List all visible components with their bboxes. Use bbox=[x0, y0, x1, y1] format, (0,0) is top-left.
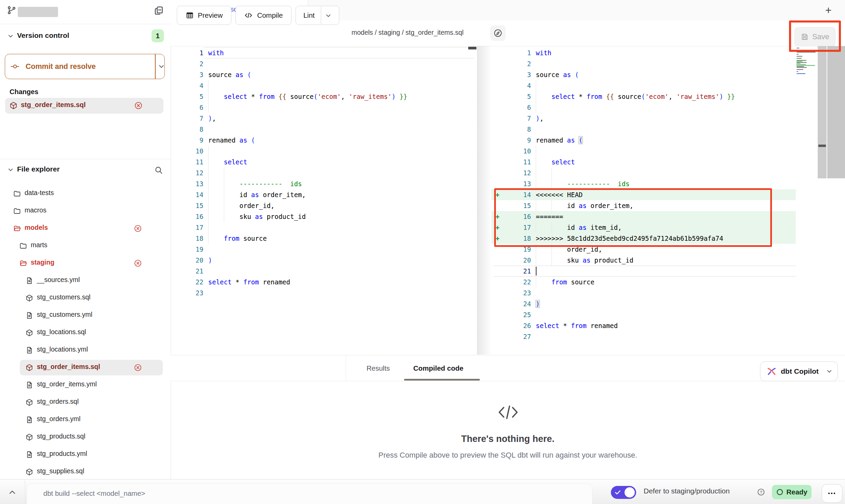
code-line-22[interactable]: 22select * from renamed bbox=[184, 277, 474, 287]
file-item-stg_customers.sql[interactable]: stg_customers.sql bbox=[0, 290, 171, 306]
file-item-data-tests[interactable]: data-tests bbox=[0, 186, 171, 202]
code-line-25[interactable]: 25 bbox=[491, 309, 796, 320]
code-line-5[interactable]: 5 select * from {{ source('ecom', 'raw_i… bbox=[184, 91, 474, 102]
code-line-13[interactable]: 13 ----------- ids bbox=[184, 178, 474, 189]
code-line-19[interactable]: 19 order_id, bbox=[491, 244, 796, 255]
left-editor-scrollbar-thumb[interactable] bbox=[468, 47, 476, 49]
chevron-down-icon[interactable] bbox=[325, 12, 331, 18]
code-line-3[interactable]: 3source as ( bbox=[491, 69, 796, 80]
file-item-stg_orders.sql[interactable]: stg_orders.sql bbox=[0, 395, 171, 410]
file-item-models[interactable]: models bbox=[0, 221, 171, 236]
code-line-17[interactable]: +17 id as item_id, bbox=[491, 222, 796, 233]
chevron-down-icon[interactable] bbox=[8, 167, 14, 173]
code-line-18[interactable]: 18 from source bbox=[184, 233, 474, 244]
minimap[interactable] bbox=[797, 48, 817, 75]
chevron-down-icon[interactable] bbox=[8, 33, 14, 39]
file-item-stg_supplies.sql[interactable]: stg_supplies.sql bbox=[0, 464, 171, 480]
chevron-up-icon[interactable] bbox=[8, 488, 16, 496]
code-line-6[interactable]: 6 bbox=[184, 102, 474, 113]
code-line-23[interactable]: 23 bbox=[491, 287, 796, 298]
command-input[interactable]: dbt build --select <model_name> bbox=[27, 484, 592, 504]
tab-compiled-code[interactable]: Compiled code bbox=[413, 364, 463, 372]
code-line-1[interactable]: 1with bbox=[491, 47, 796, 58]
file-item-macros[interactable]: macros bbox=[0, 203, 171, 219]
code-line-11[interactable]: 11 select bbox=[491, 157, 796, 167]
discard-change-icon[interactable] bbox=[134, 224, 142, 233]
window-scrollbar-track[interactable] bbox=[827, 46, 845, 178]
more-options-button[interactable]: ••• bbox=[822, 484, 842, 503]
code-line-9[interactable]: 9renamed as ( bbox=[184, 135, 474, 146]
code-line-11[interactable]: 11 select bbox=[184, 157, 474, 167]
code-line-21[interactable]: 21 bbox=[184, 266, 474, 277]
code-line-21[interactable]: 21 bbox=[491, 266, 796, 277]
discard-change-icon[interactable] bbox=[134, 259, 142, 267]
help-icon[interactable]: ? bbox=[757, 488, 765, 496]
code-line-16[interactable]: 16 sku as product_id bbox=[184, 211, 474, 222]
file-item-stg_locations.yml[interactable]: stg_locations.yml bbox=[0, 342, 171, 358]
code-line-10[interactable]: 10 bbox=[491, 146, 796, 157]
code-line-12[interactable]: 12 bbox=[491, 167, 796, 178]
code-line-4[interactable]: 4 bbox=[491, 80, 796, 91]
code-line-4[interactable]: 4 bbox=[184, 80, 474, 91]
code-line-23[interactable]: 23 bbox=[184, 287, 474, 298]
editor-pane-original[interactable]: 1with23source as (45 select * from {{ so… bbox=[184, 46, 474, 298]
code-line-9[interactable]: 9renamed as ( bbox=[491, 135, 796, 146]
code-line-3[interactable]: 3source as ( bbox=[184, 69, 474, 80]
code-line-7[interactable]: 7), bbox=[184, 113, 474, 124]
file-item-stg_products.yml[interactable]: stg_products.yml bbox=[0, 447, 171, 462]
code-line-22[interactable]: 22 from source bbox=[491, 277, 796, 287]
code-line-5[interactable]: 5 select * from {{ source('ecom', 'raw_i… bbox=[491, 91, 796, 102]
compile-button[interactable]: Compile bbox=[235, 6, 291, 25]
preview-button[interactable]: Preview bbox=[177, 6, 231, 25]
file-item-stg_orders.yml[interactable]: stg_orders.yml bbox=[0, 412, 171, 428]
tab-results[interactable]: Results bbox=[367, 364, 390, 372]
code-line-27[interactable]: 27 bbox=[491, 331, 796, 342]
code-line-2[interactable]: 2 bbox=[184, 58, 474, 69]
code-line-12[interactable]: 12 bbox=[184, 167, 474, 178]
discard-change-icon[interactable] bbox=[134, 364, 142, 372]
file-explorer-header[interactable]: File explorer bbox=[17, 165, 60, 173]
code-line-8[interactable]: 8 bbox=[491, 124, 796, 135]
code-line-17[interactable]: 17 bbox=[184, 222, 474, 233]
changes-item-stg_order_items.sql[interactable]: stg_order_items.sql bbox=[5, 98, 163, 114]
editor-scrollbar-thumb[interactable] bbox=[818, 145, 826, 147]
code-line-1[interactable]: 1with bbox=[184, 47, 474, 58]
code-line-26[interactable]: 26select * from renamed bbox=[491, 320, 796, 331]
version-control-header[interactable]: Version control bbox=[17, 31, 69, 40]
code-line-2[interactable]: 2 bbox=[491, 58, 796, 69]
code-line-19[interactable]: 19 bbox=[184, 244, 474, 255]
dbt-copilot-button[interactable]: dbt Copilot bbox=[760, 361, 838, 381]
file-item-stg_customers.yml[interactable]: stg_customers.yml bbox=[0, 308, 171, 323]
code-line-20[interactable]: 20 sku as product_id bbox=[491, 255, 796, 266]
chevron-down-icon[interactable] bbox=[158, 63, 165, 70]
copy-files-icon[interactable] bbox=[154, 5, 164, 16]
code-line-8[interactable]: 8 bbox=[184, 124, 474, 135]
new-tab-button[interactable]: + bbox=[825, 4, 832, 17]
code-line-15[interactable]: 15 order_id, bbox=[184, 200, 474, 211]
editor-scrollbar-track[interactable] bbox=[818, 46, 827, 178]
file-item-marts[interactable]: marts bbox=[0, 238, 171, 254]
search-icon[interactable] bbox=[154, 166, 163, 175]
code-line-18[interactable]: +18>>>>>>> 58c1dd23d5eebd9cd2495fa7124ab… bbox=[491, 233, 796, 244]
defer-toggle[interactable] bbox=[611, 486, 636, 499]
save-button[interactable]: Save bbox=[794, 27, 835, 46]
code-line-16[interactable]: +16======= bbox=[491, 211, 796, 222]
file-item-stg_locations.sql[interactable]: stg_locations.sql bbox=[0, 325, 171, 341]
code-line-13[interactable]: 13 ----------- ids bbox=[491, 178, 796, 189]
file-item-staging[interactable]: staging bbox=[0, 255, 171, 271]
editor-pane-modified[interactable]: 1with23source as (45 select * from {{ so… bbox=[491, 46, 796, 342]
code-line-6[interactable]: 6 bbox=[491, 102, 796, 113]
discard-change-icon[interactable] bbox=[134, 101, 143, 110]
commit-and-resolve-button[interactable]: Commit and resolve bbox=[5, 54, 165, 79]
code-line-24[interactable]: 24) bbox=[491, 298, 796, 309]
code-line-14[interactable]: +14<<<<<<< HEAD bbox=[491, 189, 796, 200]
file-item-__sources.yml[interactable]: __sources.yml bbox=[0, 273, 171, 288]
code-line-14[interactable]: 14 id as order_item, bbox=[184, 189, 474, 200]
code-line-20[interactable]: 20) bbox=[184, 255, 474, 266]
lint-button[interactable]: Lint bbox=[296, 6, 339, 25]
file-item-stg_order_items.yml[interactable]: stg_order_items.yml bbox=[0, 377, 171, 393]
code-line-7[interactable]: 7), bbox=[491, 113, 796, 124]
lineage-button[interactable] bbox=[490, 25, 506, 41]
file-item-stg_order_items.sql[interactable]: stg_order_items.sql bbox=[0, 360, 171, 375]
code-line-10[interactable]: 10 bbox=[184, 146, 474, 157]
